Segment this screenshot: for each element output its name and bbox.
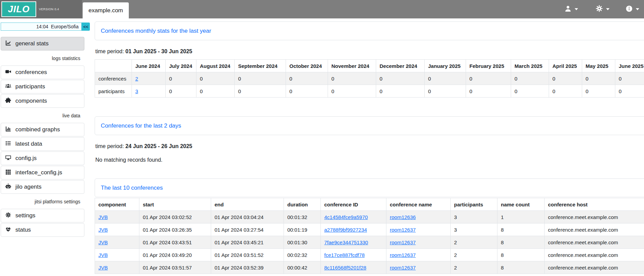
- tab-example-com[interactable]: example.com: [83, 2, 129, 18]
- monthly-column-header: [95, 60, 132, 72]
- jilo-logo[interactable]: JILO: [1, 1, 36, 17]
- last10-cell-link[interactable]: 7fae9ce344751330: [324, 239, 368, 245]
- last10-cell-link[interactable]: room12636: [390, 214, 416, 220]
- last10-cell-link[interactable]: room12637: [390, 239, 416, 245]
- monthly-column-header: September 2024: [235, 60, 286, 72]
- clock-timezone: Europe/Sofia: [51, 24, 79, 29]
- sidebar-item-latest-data[interactable]: latest data: [1, 137, 84, 151]
- tab-label: example.com: [88, 7, 123, 14]
- last-10-conferences-table: componentstartenddurationconference IDco…: [95, 198, 644, 274]
- last10-header-row: componentstartenddurationconference IDco…: [95, 198, 644, 211]
- monthly-time-period: time period: 01 Jun 2025 - 30 Jun 2025: [95, 48, 644, 55]
- last-10-conferences-panel: The last 10 conferences: [95, 178, 644, 197]
- sidebar-item-interface-config-js[interactable]: interface_config.js: [1, 166, 84, 179]
- caret-down-icon: [636, 8, 639, 10]
- sidebar-item-general-stats[interactable]: general stats: [1, 37, 84, 50]
- sidebar-item-config-js[interactable]: config.js: [1, 151, 84, 165]
- sidebar-item-settings[interactable]: settings: [1, 209, 84, 222]
- table-cell: 0: [376, 72, 425, 85]
- monthly-column-header: January 2025: [425, 60, 466, 72]
- settings-menu[interactable]: [595, 0, 609, 18]
- table-cell: 0: [196, 72, 235, 85]
- sidebar-item-participants[interactable]: participants: [1, 80, 84, 93]
- table-cell: 2: [451, 261, 497, 274]
- table-cell: 0: [549, 72, 582, 85]
- last10-cell-link[interactable]: 8c116568f5201f28: [324, 265, 366, 271]
- table-cell: JVB: [95, 236, 139, 249]
- monthly-stats-panel: Conferences monthly stats for the last y…: [95, 21, 644, 40]
- section-header-live-data: live data: [1, 108, 84, 123]
- table-cell: 1: [497, 211, 545, 223]
- monthly-column-header: November 2024: [328, 60, 376, 72]
- table-cell: 0: [328, 85, 376, 98]
- sidebar-item-label: conferences: [15, 69, 47, 76]
- table-cell: 01 Apr 2024 03:43:51: [139, 236, 211, 249]
- table-cell: 8c116568f5201f28: [321, 261, 386, 274]
- last-10-conferences-panel-title-link[interactable]: The last 10 conferences: [101, 185, 163, 191]
- table-row: conferences2000000000000: [95, 72, 644, 85]
- last10-cell-link[interactable]: room12637: [390, 227, 416, 233]
- table-cell: conference.meet.example.com: [545, 236, 644, 249]
- table-cell: 0: [466, 85, 511, 98]
- monthly-cell-link[interactable]: 3: [135, 88, 138, 94]
- sidebar-menu: general stats logs statistics conference…: [0, 37, 85, 237]
- monthly-cell-link[interactable]: 2: [135, 76, 138, 82]
- table-cell: 3: [132, 85, 166, 98]
- last10-cell-link[interactable]: JVB: [98, 214, 108, 220]
- last10-cell-link[interactable]: JVB: [98, 227, 108, 233]
- last10-cell-link[interactable]: JVB: [98, 252, 108, 258]
- info-menu[interactable]: [626, 0, 639, 18]
- info-icon: [626, 5, 633, 14]
- sidebar-item-label: jilo agents: [15, 184, 42, 190]
- last10-cell-link[interactable]: room12637: [390, 265, 416, 271]
- sidebar-item-status[interactable]: status: [1, 223, 84, 237]
- sidebar-item-label: settings: [15, 212, 36, 219]
- table-cell: 00:01:30: [284, 236, 321, 249]
- user-icon: [564, 5, 572, 14]
- monthly-column-header: December 2024: [376, 60, 425, 72]
- last10-cell-link[interactable]: room12637: [390, 252, 416, 258]
- monthly-column-header: June 2024: [132, 60, 166, 72]
- table-cell: 01 Apr 2024 03:02:52: [139, 211, 211, 223]
- table-cell: 01 Apr 2024 03:51:52: [211, 249, 284, 261]
- sidebar-item-components[interactable]: components: [1, 94, 84, 108]
- table-cell: 4c14584fce9a5970: [321, 211, 386, 223]
- monthly-column-header: February 2025: [466, 60, 511, 72]
- clock-row: 14:04 Europe/Sofia <<: [1, 23, 90, 31]
- table-cell: 0: [615, 72, 644, 85]
- table-cell: JVB: [95, 211, 139, 223]
- sidebar-item-combined-graphs[interactable]: combined graphs: [1, 123, 84, 136]
- last10-cell-link[interactable]: JVB: [98, 265, 108, 271]
- last10-cell-link[interactable]: a2788f9bf9927234: [324, 227, 367, 233]
- table-cell: 0: [166, 72, 196, 85]
- chart-line-icon: [5, 40, 11, 48]
- table-cell: 0: [328, 72, 376, 85]
- sidebar-item-conferences[interactable]: conferences: [1, 66, 84, 79]
- table-cell: 3: [451, 223, 497, 236]
- gear-icon: [595, 5, 603, 14]
- sidebar-collapse-button[interactable]: <<: [82, 23, 90, 31]
- sidebar-item-label: latest data: [15, 141, 42, 147]
- table-cell: 0: [235, 85, 286, 98]
- sidebar-item-jilo-agents[interactable]: jilo agents: [1, 180, 84, 194]
- last10-cell-link[interactable]: fce17ce887fcdf78: [324, 252, 365, 258]
- last10-cell-link[interactable]: 4c14584fce9a5970: [324, 214, 368, 220]
- monthly-column-header: April 2025: [549, 60, 582, 72]
- table-cell: 0: [425, 72, 466, 85]
- last-2-days-panel-title-link[interactable]: Conferences for the last 2 days: [101, 122, 181, 129]
- sidebar-item-label: combined graphs: [15, 126, 60, 133]
- section-header-logs-statistics: logs statistics: [1, 51, 84, 66]
- table-cell: conference.meet.example.com: [545, 249, 644, 261]
- brand-area: JILO VERSION 0.4: [0, 0, 82, 18]
- last10-cell-link[interactable]: JVB: [98, 239, 108, 245]
- monthly-column-header: July 2024: [166, 60, 196, 72]
- monthly-stats-panel-title-link[interactable]: Conferences monthly stats for the last y…: [101, 28, 211, 34]
- table-cell: participants: [95, 85, 132, 98]
- section-header-jitsi-platforms-settings: jitsi platforms settings: [1, 194, 84, 209]
- clock-time: 14:04: [36, 24, 48, 29]
- user-menu[interactable]: [564, 0, 578, 18]
- table-cell: 0: [466, 72, 511, 85]
- table-cell: 01 Apr 2024 03:04:24: [211, 211, 284, 223]
- table-cell: 8: [497, 261, 545, 274]
- monthly-stats-table: June 2024July 2024August 2024September 2…: [95, 59, 644, 98]
